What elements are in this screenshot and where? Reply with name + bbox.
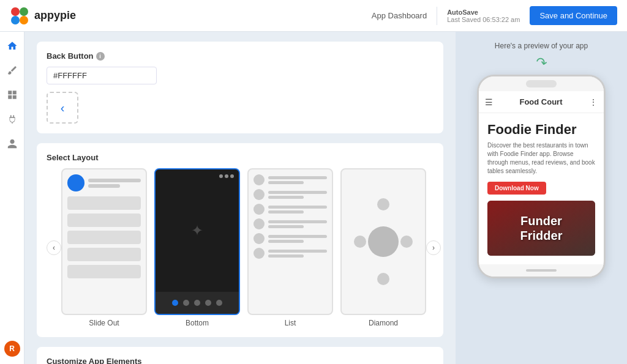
layout-thumb-bottom: ✦ [154,168,240,315]
layout-label-diamond: Diamond [369,319,398,327]
layout-thumb-list [247,168,333,315]
app-bar-title: Food Court [497,97,585,106]
app-content: Foodie Finder Discover the best restaura… [479,113,604,264]
color-input[interactable] [47,67,157,84]
bt-dot-4 [216,300,222,306]
layout-thumb-slide-out [61,168,147,315]
svg-point-2 [11,16,20,24]
svg-point-3 [20,16,28,24]
content-area: Back Button i ‹ Select Layout ‹ [24,32,456,364]
layout-item-list[interactable]: List [247,168,333,327]
banner-text: FunderFridder [520,214,563,243]
preview-hint: Here's a preview of your app [495,42,588,50]
sidebar-icon-plug[interactable] [6,113,19,126]
svg-point-1 [20,7,28,16]
autosave-subtitle: Last Saved 06:53:22 am [447,16,520,23]
save-continue-button[interactable]: Save and Continue [530,6,617,25]
phone-status-bar [479,76,604,91]
layout-label-list: List [285,319,296,327]
customize-title: Customize App Elements [47,357,434,364]
diamond-center [368,226,399,257]
sidebar-icon-brush[interactable] [6,64,19,77]
layout-item-slide-out[interactable]: Slide Out [61,168,147,327]
bt-dot-2 [194,300,200,306]
phone-frame: ☰ Food Court ⋮ Foodie Finder Discover th… [477,75,606,278]
app-dashboard-link[interactable]: App Dashboard [372,11,427,20]
back-arrow-icon: ‹ [61,101,65,115]
autosave-title: AutoSave [447,9,520,16]
layouts-grid: Slide Out [61,168,426,327]
diamond-sat-bottom [377,273,389,285]
home-indicator [526,269,557,272]
so-line-1 [88,179,141,182]
layout-section-title: Select Layout [47,153,434,162]
back-button-preview: ‹ [47,92,78,124]
layout-label-slide-out: Slide Out [89,319,119,327]
layout-thumb-diamond [340,168,426,315]
more-icon: ⋮ [589,97,598,107]
so-item-4 [67,248,141,261]
menu-icon: ☰ [485,97,493,107]
so-avatar [67,174,84,191]
autosave-info: AutoSave Last Saved 06:53:22 am [447,9,520,23]
app-bar: ☰ Food Court ⋮ [479,91,604,113]
layouts-next-button[interactable]: › [426,240,441,255]
diamond-sat-top [377,198,389,210]
sidebar-icon-grid[interactable] [6,88,19,102]
layout-section: Select Layout ‹ [37,143,443,337]
sidebar-icon-home[interactable] [6,39,19,53]
app-download-button[interactable]: Download Now [487,182,546,195]
header-divider [437,7,437,25]
app-hero-title: Foodie Finder [487,122,595,138]
diamond-sat-left [354,236,366,248]
phone-notch [526,80,557,87]
so-line-2 [88,184,120,188]
sidebar: R [0,32,24,364]
so-item-3 [67,231,141,244]
back-button-label: Back Button i [47,51,434,61]
phone-home-area [479,264,604,277]
appypie-logo-icon [10,6,29,26]
layout-item-bottom[interactable]: ✦ [154,168,240,327]
svg-point-0 [11,7,20,16]
layout-label-bottom: Bottom [186,319,209,327]
so-item-1 [67,196,141,210]
app-banner: FunderFridder [487,201,595,256]
layouts-row: ‹ [47,168,434,327]
back-button-section: Back Button i ‹ [37,42,443,133]
so-item-2 [67,214,141,227]
sidebar-icon-user[interactable] [6,137,19,150]
logo-text: appypie [34,9,76,22]
color-row [47,67,434,84]
app-hero-desc: Discover the best restaurants in town wi… [487,141,595,176]
so-item-5 [67,265,141,278]
layouts-prev-button[interactable]: ‹ [47,240,61,255]
logo-area: appypie [10,6,76,26]
main-layout: R Back Button i ‹ Select Layout [0,32,627,364]
layout-item-diamond[interactable]: Diamond [340,168,426,327]
header: appypie App Dashboard AutoSave Last Save… [0,0,627,32]
bt-dot-1 [183,300,189,306]
user-avatar[interactable]: R [4,341,20,357]
bt-dot-active [172,300,178,306]
back-button-info-icon[interactable]: i [96,52,105,61]
header-right: App Dashboard AutoSave Last Saved 06:53:… [372,6,617,25]
curved-arrow-icon: ↷ [535,54,548,72]
bt-dot-3 [205,300,211,306]
preview-panel: Here's a preview of your app ↷ ☰ Food Co… [456,32,627,364]
diamond-sat-right [400,236,413,248]
customize-section: Customize App Elements App name App pack… [37,347,443,364]
